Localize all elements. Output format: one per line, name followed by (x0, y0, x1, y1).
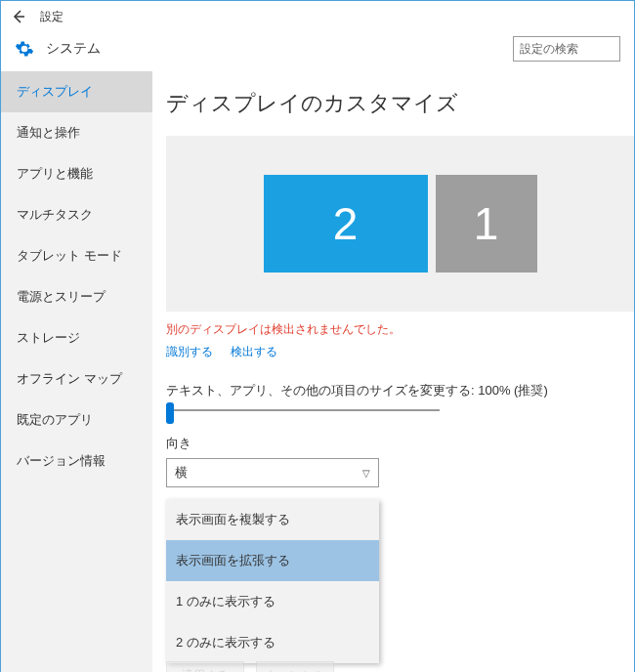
warning-text: 別のディスプレイは検出されませんでした。 (166, 321, 634, 338)
monitor-1[interactable]: 1 (436, 175, 537, 273)
window-title: 設定 (40, 9, 64, 25)
chevron-down-icon: ▽ (362, 468, 370, 479)
content-area: ディスプレイのカスタマイズ 2 1 別のディスプレイは検出されませんでした。 識… (152, 71, 634, 672)
gear-icon (15, 39, 34, 59)
sidebar-item-7[interactable]: オフライン マップ (1, 358, 152, 399)
sidebar-item-9[interactable]: バージョン情報 (1, 441, 152, 482)
page-title: ディスプレイのカスタマイズ (166, 89, 634, 118)
monitor-arrangement[interactable]: 2 1 (166, 136, 634, 312)
identify-link[interactable]: 識別する (166, 345, 213, 358)
back-button[interactable] (9, 7, 28, 26)
system-label: システム (46, 40, 101, 58)
detect-link[interactable]: 検出する (231, 345, 277, 358)
sidebar-item-1[interactable]: 通知と操作 (1, 112, 152, 153)
monitor-2[interactable]: 2 (264, 175, 428, 273)
slider-thumb[interactable] (166, 402, 174, 424)
sidebar-item-5[interactable]: 電源とスリープ (1, 276, 152, 317)
orientation-value: 横 (175, 464, 188, 482)
dropdown-item-3[interactable]: 2 のみに表示する (166, 622, 379, 663)
dropdown-item-2[interactable]: 1 のみに表示する (166, 581, 379, 622)
search-placeholder: 設定の検索 (520, 41, 578, 58)
scale-slider[interactable] (166, 409, 440, 411)
sidebar: ディスプレイ通知と操作アプリと機能マルチタスクタブレット モード電源とスリープス… (1, 71, 152, 672)
search-input[interactable]: 設定の検索 (513, 36, 620, 62)
sidebar-item-0[interactable]: ディスプレイ (1, 71, 152, 112)
sidebar-item-3[interactable]: マルチタスク (1, 194, 152, 235)
cancel-button[interactable]: キャンセル (256, 661, 334, 672)
sidebar-item-6[interactable]: ストレージ (1, 317, 152, 358)
dropdown-item-1[interactable]: 表示画面を拡張する (166, 540, 379, 581)
apply-button[interactable]: 適用する (166, 661, 244, 672)
sidebar-item-4[interactable]: タブレット モード (1, 235, 152, 276)
orientation-select[interactable]: 横 ▽ (166, 458, 379, 487)
sidebar-item-2[interactable]: アプリと機能 (1, 153, 152, 194)
dropdown-item-0[interactable]: 表示画面を複製する (166, 499, 379, 540)
scale-label: テキスト、アプリ、その他の項目のサイズを変更する: 100% (推奨) (166, 382, 634, 399)
multi-display-dropdown[interactable]: 表示画面を複製する表示画面を拡張する1 のみに表示する2 のみに表示する (166, 499, 379, 663)
sidebar-item-8[interactable]: 既定のアプリ (1, 399, 152, 441)
orientation-label: 向き (166, 435, 634, 452)
